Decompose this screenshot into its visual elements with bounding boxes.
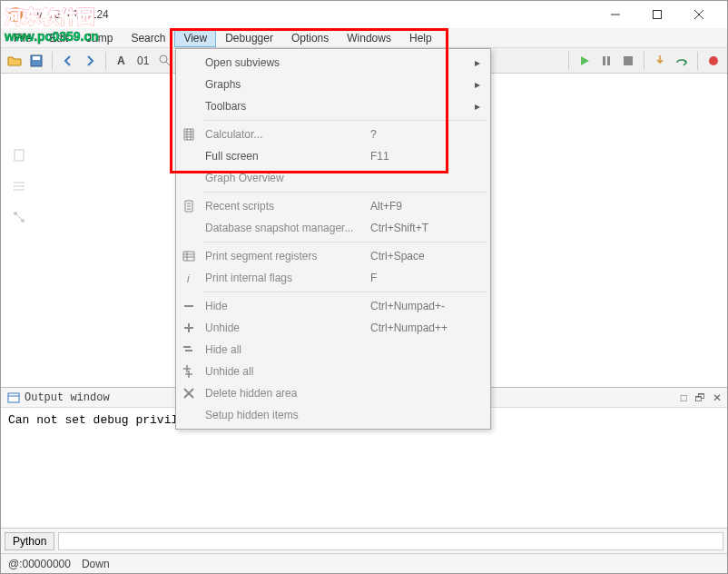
svg-rect-12 — [624, 56, 633, 65]
plus-icon — [176, 321, 202, 335]
menu-item-label: Graphs — [202, 78, 370, 91]
text-button[interactable]: A — [112, 51, 132, 71]
status-address: @:00000000 — [8, 558, 71, 570]
step-over-button[interactable] — [672, 51, 692, 71]
close-button[interactable] — [678, 1, 720, 28]
menu-item-delete-hidden-area: Delete hidden area — [176, 382, 490, 404]
menu-search[interactable]: Search — [122, 29, 174, 47]
menu-view[interactable]: View — [174, 29, 216, 47]
submenu-arrow-icon: ▸ — [470, 100, 485, 113]
registers-icon — [176, 249, 202, 263]
open-button[interactable] — [5, 51, 25, 71]
menu-item-hide-all: Hide all — [176, 339, 490, 361]
menu-separator — [203, 120, 487, 121]
svg-rect-14 — [15, 150, 24, 161]
menu-options[interactable]: Options — [282, 29, 338, 47]
command-input[interactable] — [58, 532, 723, 550]
plus-all-icon — [176, 364, 202, 379]
menu-debugger[interactable]: Debugger — [216, 29, 282, 47]
menu-item-label: Print internal flags — [202, 272, 370, 284]
menu-item-shortcut: ? — [370, 128, 470, 141]
svg-line-20 — [16, 214, 22, 220]
maximize-button[interactable] — [636, 1, 678, 28]
output-pin-button[interactable]: 🗗 — [694, 391, 705, 404]
menu-item-label: Database snapshot manager... — [202, 222, 370, 234]
svg-text:i: i — [187, 272, 190, 285]
menu-jump[interactable]: Jump — [77, 29, 122, 47]
menu-item-graphs[interactable]: Graphs▸ — [176, 74, 490, 95]
menu-help[interactable]: Help — [400, 29, 441, 47]
submenu-arrow-icon: ▸ — [470, 56, 485, 69]
menu-item-setup-hidden-items: Setup hidden items — [176, 404, 490, 426]
pause-button[interactable] — [596, 51, 616, 71]
menu-item-label: Print segment registers — [202, 250, 370, 262]
menu-item-recent-scripts: Recent scriptsAlt+F9 — [176, 195, 490, 217]
breakpoints-button[interactable] — [703, 51, 723, 71]
script-icon — [176, 199, 202, 213]
back-button[interactable] — [58, 51, 78, 71]
menu-item-hide: HideCtrl+Numpad+- — [176, 295, 490, 317]
status-state: Down — [82, 558, 110, 570]
svg-rect-5 — [33, 56, 40, 60]
graph-icon — [12, 210, 26, 224]
doc-icon — [12, 148, 26, 163]
menu-item-graph-overview: Graph Overview — [176, 167, 490, 189]
search-next-button[interactable] — [155, 51, 175, 71]
window-title: IDA v6.5.140124 — [28, 8, 595, 21]
menu-separator — [203, 292, 487, 292]
menu-separator — [203, 192, 487, 193]
menu-item-toolbars[interactable]: Toolbars▸ — [176, 95, 490, 117]
side-tool-strip — [8, 148, 30, 224]
toolbar-separator — [52, 52, 53, 70]
menu-edit[interactable]: Edit — [40, 29, 77, 47]
minimize-button[interactable] — [595, 1, 636, 28]
output-close-button[interactable]: ✕ — [713, 391, 722, 404]
menu-item-label: Toolbars — [202, 100, 370, 113]
svg-point-13 — [709, 56, 718, 65]
binary-button[interactable]: 01 — [133, 51, 153, 71]
statusbar: @:00000000 Down — [1, 553, 727, 573]
minus-all-icon — [176, 342, 202, 357]
menu-item-shortcut: Alt+F9 — [370, 200, 470, 213]
menu-item-label: Full screen — [202, 150, 370, 163]
toolbar-separator — [568, 52, 569, 70]
menu-item-label: Hide all — [202, 343, 370, 356]
menu-item-print-internal-flags: iPrint internal flagsF — [176, 267, 490, 289]
info-icon: i — [176, 271, 202, 285]
menu-item-label: Open subviews — [202, 56, 370, 69]
calculator-icon — [176, 127, 202, 142]
submenu-arrow-icon: ▸ — [470, 78, 485, 91]
menu-item-full-screen[interactable]: Full screenF11 — [176, 145, 490, 167]
menu-item-print-segment-registers: Print segment registersCtrl+Space — [176, 245, 490, 267]
menu-item-shortcut: Ctrl+Shift+T — [370, 222, 470, 234]
menu-item-label: Unhide — [202, 322, 370, 334]
menu-item-label: Unhide all — [202, 365, 370, 378]
menu-file[interactable]: File — [5, 29, 40, 47]
command-row: Python — [1, 528, 727, 553]
menu-windows[interactable]: Windows — [338, 29, 400, 47]
menu-item-label: Graph Overview — [202, 172, 370, 184]
menu-item-label: Calculator... — [202, 128, 370, 141]
step-into-button[interactable] — [650, 51, 670, 71]
svg-text:01: 01 — [137, 54, 150, 67]
minus-icon — [176, 299, 202, 313]
menu-item-shortcut: Ctrl+Numpad++ — [370, 322, 470, 334]
python-button[interactable]: Python — [5, 532, 54, 550]
bars-icon — [12, 179, 26, 193]
menu-item-unhide: UnhideCtrl+Numpad++ — [176, 317, 490, 339]
menubar: FileEditJumpSearchViewDebuggerOptionsWin… — [1, 28, 727, 48]
svg-point-8 — [160, 55, 167, 63]
svg-line-9 — [166, 62, 170, 65]
run-button[interactable] — [575, 51, 595, 71]
menu-item-shortcut: Ctrl+Space — [370, 250, 470, 262]
stop-button[interactable] — [618, 51, 638, 71]
svg-rect-11 — [607, 56, 610, 65]
svg-text:A: A — [117, 54, 125, 67]
toolbar-separator — [105, 52, 106, 70]
save-button[interactable] — [26, 51, 46, 71]
menu-item-open-subviews[interactable]: Open subviews▸ — [176, 52, 490, 74]
menu-item-shortcut: F — [370, 272, 470, 284]
menu-item-shortcut: Ctrl+Numpad+- — [370, 300, 470, 312]
forward-button[interactable] — [80, 51, 100, 71]
output-restore-button[interactable]: □ — [681, 391, 687, 404]
